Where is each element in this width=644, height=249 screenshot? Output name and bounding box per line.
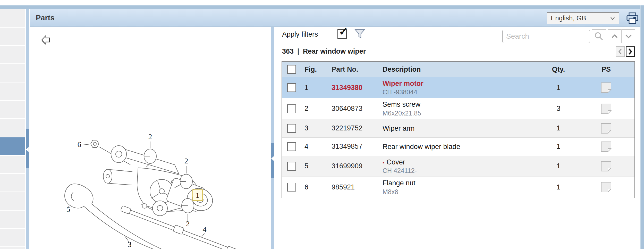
back-arrow-icon: [41, 35, 53, 46]
quantity: 1: [539, 143, 578, 151]
red-bullet-icon: ▪: [383, 159, 385, 166]
checkmark-icon: ✓: [339, 26, 348, 37]
fig-number: 2: [301, 105, 328, 113]
fig-number: 1: [301, 84, 328, 92]
table-row[interactable]: 1 31349380 Wiper motor CH -938044 1: [282, 77, 634, 98]
header-description: Description: [379, 65, 539, 73]
note-icon[interactable]: [600, 103, 612, 115]
sidebar-item[interactable]: [0, 82, 25, 100]
part-number: 985921: [328, 183, 379, 191]
row-checkbox[interactable]: [287, 183, 296, 192]
table-row[interactable]: 2 30640873 Sems screw M6x20x21.85 3: [282, 98, 634, 119]
diagram-callout[interactable]: 2: [186, 219, 190, 228]
part-description: Rear window wiper blade: [379, 143, 539, 151]
chevron-up-icon: [610, 32, 619, 40]
diagram-callout[interactable]: 4: [203, 225, 207, 234]
part-sub-description: CH -938044: [383, 88, 539, 96]
note-icon[interactable]: [600, 82, 612, 94]
print-button[interactable]: [626, 11, 639, 25]
header-qty: Qty.: [539, 65, 578, 73]
diagram-callout[interactable]: 2: [148, 132, 152, 141]
parts-panel: Apply filters ✓ 363|Rear: [282, 27, 635, 249]
page-next-button[interactable]: [626, 46, 635, 57]
apply-filters-checkbox[interactable]: ✓: [337, 29, 347, 39]
section-code: 363: [282, 47, 294, 55]
part-sub-description: CH 424112-: [383, 167, 539, 175]
table-row[interactable]: 3 32219752 Wiper arm 1: [282, 119, 634, 137]
printer-icon: [626, 12, 639, 24]
part-number: 31699909: [328, 162, 379, 170]
quantity: 1: [539, 162, 578, 170]
row-checkbox[interactable]: [287, 124, 296, 133]
row-checkbox[interactable]: [287, 83, 296, 92]
note-icon[interactable]: [600, 122, 612, 134]
part-number: 32219752: [328, 124, 379, 132]
row-checkbox[interactable]: [287, 142, 296, 151]
select-all-checkbox[interactable]: [287, 65, 296, 74]
search-next-button[interactable]: [622, 29, 635, 43]
diagram-callout-selected[interactable]: 1: [196, 191, 200, 199]
sidebar-item-selected[interactable]: [0, 137, 25, 155]
sidebar-item[interactable]: [0, 247, 25, 249]
part-description: Flange nut M8x8: [379, 179, 539, 195]
sidebar-item[interactable]: [0, 9, 25, 27]
sidebar-item[interactable]: [0, 229, 25, 246]
sidebar: [0, 9, 25, 249]
part-sub-description: M8x8: [383, 188, 539, 196]
note-icon[interactable]: [600, 181, 612, 193]
chevron-down-icon: [610, 16, 615, 20]
part-number: 31349380: [328, 84, 379, 92]
diagram-callout[interactable]: 5: [66, 205, 70, 213]
sidebar-item[interactable]: [0, 174, 25, 192]
breadcrumb-separator: |: [297, 47, 299, 55]
sidebar-item[interactable]: [0, 28, 25, 45]
diagram-callout[interactable]: 6: [78, 140, 81, 148]
page-title: Parts: [36, 9, 55, 27]
part-description: Wiper arm: [379, 124, 539, 132]
section-title: Rear window wiper: [303, 47, 366, 55]
table-row[interactable]: 5 31699909 ▪Cover CH 424112- 1: [282, 156, 634, 177]
filter-funnel-icon[interactable]: [354, 29, 365, 40]
table-row[interactable]: 4 31349857 Rear window wiper blade 1: [282, 137, 634, 156]
page-prev-button[interactable]: [616, 46, 625, 57]
fig-number: 3: [301, 124, 328, 132]
search-input[interactable]: [502, 30, 590, 43]
sidebar-item[interactable]: [0, 64, 25, 82]
diagram-callout[interactable]: 3: [128, 240, 132, 248]
row-checkbox[interactable]: [287, 162, 296, 171]
diagram-callout[interactable]: 2: [184, 156, 188, 165]
sidebar-item[interactable]: [0, 119, 25, 137]
chevron-left-icon: [617, 47, 623, 56]
quantity: 3: [539, 105, 578, 113]
part-sub-description: M6x20x21.85: [383, 109, 539, 117]
note-icon[interactable]: [600, 141, 612, 153]
language-select-value: English, GB: [551, 14, 610, 22]
sidebar-item[interactable]: [0, 46, 25, 63]
panel-collapse-handle[interactable]: [271, 143, 274, 178]
part-description: Wiper motor CH -938044: [379, 79, 539, 96]
row-checkbox[interactable]: [287, 104, 296, 113]
quantity: 1: [539, 183, 578, 191]
sidebar-splitter: [26, 9, 29, 249]
fig-number: 4: [301, 143, 328, 151]
note-icon[interactable]: [600, 160, 612, 172]
back-button[interactable]: [41, 35, 53, 47]
sidebar-collapse-handle[interactable]: [26, 129, 29, 168]
part-description: ▪Cover CH 424112-: [379, 158, 539, 175]
search-button[interactable]: [592, 29, 606, 43]
collapse-left-icon: [271, 156, 274, 161]
table-row[interactable]: 6 985921 Flange nut M8x8 1: [282, 177, 634, 197]
search-prev-button[interactable]: [608, 29, 622, 43]
sidebar-item[interactable]: [0, 192, 25, 210]
titlebar: Parts English, GB: [30, 9, 640, 27]
sidebar-item[interactable]: [0, 156, 25, 173]
sidebar-item[interactable]: [0, 211, 25, 228]
sidebar-item[interactable]: [0, 101, 25, 118]
panel-splitter: [271, 27, 274, 249]
window-top-border: [0, 5, 644, 9]
parts-diagram: 6 2 2 1 2 5 3 4: [30, 27, 271, 249]
chevron-down-icon: [624, 32, 633, 40]
language-select[interactable]: English, GB: [547, 12, 619, 24]
part-number: 31349857: [328, 143, 379, 151]
part-number: 30640873: [328, 105, 379, 113]
